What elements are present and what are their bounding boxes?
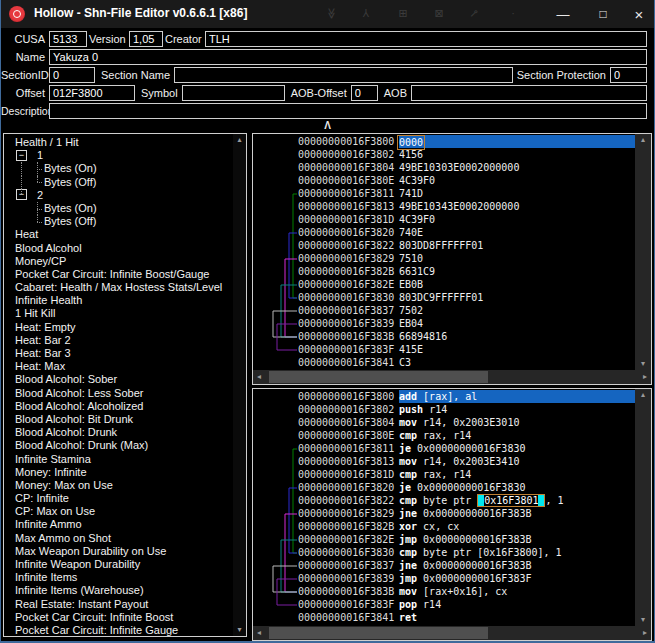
tree-collapse-box-icon[interactable]: − <box>16 150 27 161</box>
aob-input[interactable] <box>411 85 647 101</box>
tree-item[interactable]: Blood Alcohol <box>4 242 233 255</box>
hex-row[interactable]: 00000000016F3839EB04 <box>253 317 635 330</box>
asm-row[interactable]: 00000000016F3804mov r14, 0x2003E3010 <box>253 416 635 429</box>
tree-item[interactable]: Heat: Bar 2 <box>4 334 233 347</box>
tree-item[interactable]: Money: Infinite <box>4 466 233 479</box>
tree-item[interactable]: Bytes (Off) <box>4 215 233 228</box>
scroll-down-icon[interactable]: ▾ <box>641 360 645 368</box>
scroll-down-icon[interactable]: ▾ <box>641 616 645 624</box>
tree-item[interactable]: Max Weapon Durability on Use <box>4 545 233 558</box>
tree-item[interactable]: Pocket Car Circuit: Infinite Boost <box>4 611 233 624</box>
close-button[interactable]: × <box>623 0 655 28</box>
tree-item[interactable]: Pocket Car Circuit: Infinite Gauge <box>4 624 233 636</box>
pin-icon[interactable]: ⊸ <box>464 3 485 24</box>
asm-row[interactable]: 00000000016F3839jmp 0x00000000016F383F <box>253 572 635 585</box>
tree-item[interactable]: Blood Alcohol: Drunk <box>4 426 233 439</box>
tree-item[interactable]: Max Ammo on Shot <box>4 532 233 545</box>
asm-row[interactable]: 00000000016F3802push r14 <box>253 403 635 416</box>
asm-row[interactable]: 00000000016F382Ejmp 0x00000000016F383B <box>253 533 635 546</box>
hex-hscrollbar[interactable]: ◂ ▸ <box>253 370 651 384</box>
tree-item[interactable]: Pocket Car Circuit: Infinite Boost/Gauge <box>4 268 233 281</box>
section-protection-input[interactable] <box>610 67 647 83</box>
asm-row[interactable]: 00000000016F3813mov r14, 0x2003E3410 <box>253 455 635 468</box>
tree-item[interactable]: Infinite Items (Warehouse) <box>4 584 233 597</box>
tree-item[interactable]: CP: Max on Use <box>4 505 233 518</box>
scroll-up-icon[interactable]: ▴ <box>641 136 645 144</box>
hex-row[interactable]: 00000000016F381349BE10343E0002000000 <box>253 200 635 213</box>
hex-row[interactable]: 00000000016F382EEB0B <box>253 278 635 291</box>
dot-icon[interactable]: · <box>505 7 521 19</box>
hex-row[interactable]: 00000000016F3830803DC9FFFFFF01 <box>253 291 635 304</box>
hex-vscrollbar[interactable]: ▴ ▾ <box>635 134 651 370</box>
asm-hscrollbar[interactable]: ◂ ▸ <box>253 626 651 640</box>
hex-row[interactable]: 00000000016F3841C3 <box>253 356 635 369</box>
version-input[interactable] <box>129 31 163 47</box>
creator-input[interactable] <box>205 31 647 47</box>
hex-row[interactable]: 00000000016F38297510 <box>253 252 635 265</box>
hex-row[interactable]: 00000000016F3820740E <box>253 226 635 239</box>
tree-item[interactable]: Money/CP <box>4 255 233 268</box>
scroll-left-icon[interactable]: ◂ <box>257 629 261 637</box>
asm-row[interactable]: 00000000016F380Ecmp rax, r14 <box>253 429 635 442</box>
tree-item[interactable]: Health / 1 Hit <box>4 136 233 149</box>
tree-item[interactable]: Infinite Weapon Durability <box>4 558 233 571</box>
hex-row[interactable]: 00000000016F381D4C39F0 <box>253 213 635 226</box>
hex-row[interactable]: 00000000016F380E4C39F0 <box>253 174 635 187</box>
tree-item[interactable]: Cabaret: Health / Max Hostess Stats/Leve… <box>4 281 233 294</box>
asm-row[interactable]: 00000000016F383Fpop r14 <box>253 598 635 611</box>
scroll-up-icon[interactable]: ▴ <box>641 391 645 399</box>
scroll-left-icon[interactable]: ◂ <box>257 373 261 381</box>
tree-item[interactable]: CP: Infinite <box>4 492 233 505</box>
hex-hscroll-thumb[interactable] <box>269 371 488 383</box>
tree-item[interactable]: Bytes (On) <box>4 162 233 175</box>
minimize-button[interactable]: — <box>547 0 579 28</box>
scroll-right-icon[interactable]: ▸ <box>643 373 647 381</box>
add-box-icon[interactable]: ⊞ <box>395 7 411 20</box>
asm-row[interactable]: 00000000016F3829jne 0x00000000016F383B <box>253 507 635 520</box>
asm-hscroll-thumb[interactable] <box>269 627 488 639</box>
asm-vscrollbar[interactable]: ▴ ▾ <box>635 389 651 626</box>
asm-row[interactable]: 00000000016F382Bxor cx, cx <box>253 520 635 533</box>
tree-item[interactable]: Blood Alcohol: Alcoholized <box>4 400 233 413</box>
tree-item[interactable]: Heat <box>4 228 233 241</box>
name-input[interactable] <box>49 49 647 65</box>
hex-row[interactable]: 00000000016F383F415E <box>253 343 635 356</box>
close-box-icon[interactable]: ⊠ <box>431 7 447 20</box>
tree-scrollbar[interactable]: ▴ ▾ <box>233 134 246 636</box>
hex-row[interactable]: 00000000016F3811741D <box>253 187 635 200</box>
asm-row[interactable]: 00000000016F3822cmp byte ptr [0x16F3801]… <box>253 494 635 507</box>
asm-row[interactable]: 00000000016F3841ret <box>253 611 635 624</box>
hex-row[interactable]: 00000000016F38377502 <box>253 304 635 317</box>
asm-row[interactable]: 00000000016F3830cmp byte ptr [0x16F3800]… <box>253 546 635 559</box>
tree-item[interactable]: Blood Alcohol: Bit Drunk <box>4 413 233 426</box>
scroll-up-icon[interactable]: ▴ <box>237 136 241 144</box>
tree-item[interactable]: Infinite Items <box>4 571 233 584</box>
asm-row[interactable]: 00000000016F3820je 0x00000000016F3830 <box>253 481 635 494</box>
tree-item[interactable]: Blood Alcohol: Sober <box>4 373 233 386</box>
tree-item[interactable]: Heat: Empty <box>4 321 233 334</box>
hex-row[interactable]: 00000000016F38000000 <box>253 135 635 148</box>
hex-row[interactable]: 00000000016F38024156 <box>253 148 635 161</box>
tree-item[interactable]: Heat: Max <box>4 360 233 373</box>
tree-item[interactable]: Money: Max on Use <box>4 479 233 492</box>
aob-offset-input[interactable] <box>351 85 378 101</box>
offset-input[interactable] <box>49 85 135 101</box>
tree-item[interactable]: Blood Alcohol: Drunk (Max) <box>4 439 233 452</box>
tree-item[interactable]: Bytes (Off) <box>4 176 233 189</box>
asm-row[interactable]: 00000000016F3811je 0x00000000016F3830 <box>253 442 635 455</box>
tree-item[interactable]: 1 Hit Kill <box>4 307 233 320</box>
hex-rows[interactable]: 00000000016F3800000000000000016F38024156… <box>253 134 635 370</box>
tree-item[interactable]: −1 <box>4 149 233 162</box>
tree-item[interactable]: Infinite Stamina <box>4 453 233 466</box>
scroll-right-icon[interactable]: ▸ <box>643 629 647 637</box>
hex-row[interactable]: 00000000016F3822803DD8FFFFFF01 <box>253 239 635 252</box>
tree-item[interactable]: Infinite Ammo <box>4 518 233 531</box>
tree-item[interactable]: Bytes (On) <box>4 202 233 215</box>
cheat-tree[interactable]: Health / 1 Hit−1Bytes (On)Bytes (Off)−2B… <box>4 134 233 636</box>
fork-icon[interactable]: Y <box>358 7 374 18</box>
asm-row[interactable]: 00000000016F383Bmov [rax+0x16], cx <box>253 585 635 598</box>
tree-item[interactable]: Real Estate: Instant Payout <box>4 598 233 611</box>
maximize-button[interactable]: □ <box>587 0 619 28</box>
symbol-input[interactable] <box>182 85 285 101</box>
asm-row[interactable]: 00000000016F381Dcmp rax, r14 <box>253 468 635 481</box>
